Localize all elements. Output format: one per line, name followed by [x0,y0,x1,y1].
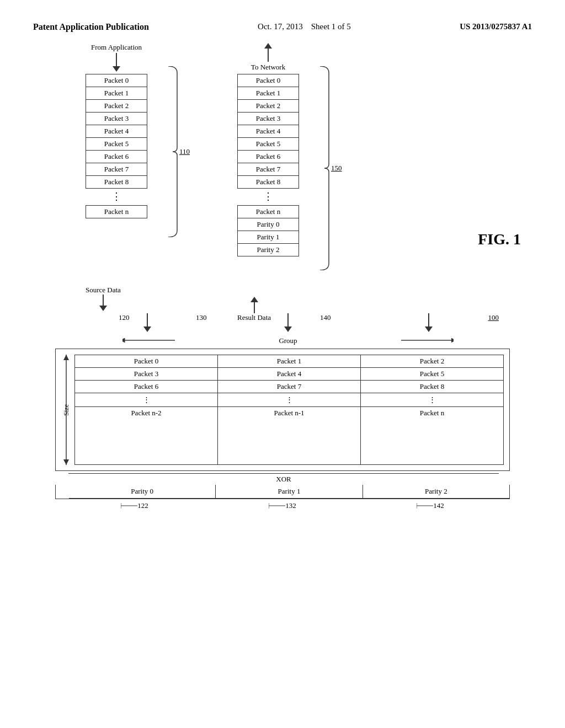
label-122: 122 [121,501,148,510]
list-item: Packet 7 [86,163,147,176]
source-data-label: Source Data [86,286,121,295]
svg-marker-4 [63,459,69,465]
header: Patent Application Publication Oct. 17, … [33,22,532,32]
right-queue: To Network Packet 0 Packet 1 Packet 2 Pa… [237,43,299,256]
label-122-line [121,502,137,510]
list-item: Packet 6 [75,381,217,393]
bottom-diagram: Group Size [33,313,532,510]
list-item: Packet 0 [238,74,299,87]
label-132: 132 [269,501,296,510]
svg-marker-5 [63,355,69,360]
list-item: Packet 8 [361,381,503,393]
size-col: Size [61,355,71,465]
dots: ⋮ [237,189,299,205]
right-ref-label: 150 [331,164,342,173]
col1-arrow [143,313,151,332]
list-item: Packet 5 [361,368,503,381]
result-arrow-head [250,297,258,302]
right-brace-svg [319,66,330,270]
result-arrow-shaft [254,302,255,313]
dots: ⋮ [218,393,360,406]
xor-row: XOR [68,473,499,485]
parity-1: Parity 1 [216,485,363,499]
fig-label: FIG. 1 [478,231,521,248]
arrow-shaft [428,313,429,326]
dots: ⋮ [361,393,503,406]
col2: Packet 1 Packet 4 Packet 7 ⋮ Packet n-1 [218,355,361,465]
right-packet-list: Packet 0 Packet 1 Packet 2 Packet 3 Pack… [237,74,299,189]
list-item: Packet 8 [238,176,299,188]
three-columns: Packet 0 Packet 3 Packet 6 ⋮ Packet n-2 … [74,355,504,465]
top-diagram: From Application Packet 0 Packet 1 Packe… [33,43,532,330]
list-item: Packet 5 [86,138,147,151]
source-arrow-shaft [103,295,104,306]
header-title: Patent Application Publication [33,22,149,32]
list-item: Packet 1 [238,87,299,100]
left-brace-svg [167,66,178,237]
list-item: Packet 6 [238,151,299,163]
label-142: 142 [417,501,444,510]
list-item: Packet 6 [86,151,147,163]
arrow-shaft [287,313,289,326]
column-arrows [33,313,532,332]
list-item: Packet 7 [218,381,360,393]
left-queue: From Application Packet 0 Packet 1 Packe… [86,43,147,218]
list-item: Packet n-1 [218,406,360,419]
parity-2: Parity 2 [363,485,509,499]
list-item: Packet 1 [86,87,147,100]
list-item: Packet 2 [86,100,147,113]
parity-0: Parity 0 [69,485,216,499]
list-item: Packet n-2 [75,406,217,419]
from-application-label: From Application [86,43,147,72]
source-arrow-head [99,306,107,311]
right-extra-packets: Packet n Parity 0 Parity 1 Parity 2 [237,205,299,256]
left-packet-list: Packet 0 Packet 1 Packet 2 Packet 3 Pack… [86,74,147,189]
arrow-head [425,326,433,332]
list-item: Packet 0 [75,355,217,368]
parity-cols: Parity 0 Parity 1 Parity 2 [69,485,509,499]
up-arrow-head [264,43,272,49]
group-header: Group [77,332,499,349]
to-network-label: To Network [237,43,299,72]
label-142-line [417,502,433,510]
list-item: Packet 4 [86,125,147,138]
list-item: Packet 5 [238,138,299,151]
list-item: Parity 0 [238,218,299,231]
list-item: Packet n [86,206,147,218]
col1: Packet 0 Packet 3 Packet 6 ⋮ Packet n-2 [74,355,218,465]
list-item: Packet 4 [238,125,299,138]
list-item: Packet 7 [238,163,299,176]
list-item: Packet n [361,406,503,419]
label-132-line [269,502,285,510]
dots: ⋮ [86,189,147,205]
size-label: Size [62,404,71,416]
parity-row: Parity 0 Parity 1 Parity 2 [55,485,510,499]
right-brace-ref: 150 [319,66,342,270]
left-ref-label: 110 [179,147,190,156]
list-item: Parity 2 [238,244,299,256]
list-item: Packet 3 [75,368,217,381]
list-item: Packet 2 [238,100,299,113]
page: Patent Application Publication Oct. 17, … [0,0,565,728]
list-item: Packet 3 [238,113,299,125]
arrow-head [284,326,292,332]
down-arrow-shaft [116,53,117,66]
list-item: Packet 8 [86,176,147,188]
svg-text:Group: Group [279,336,297,345]
arrow-head [143,326,151,332]
spacer [56,485,69,499]
left-last-packet: Packet n [86,205,147,218]
col2-arrow [284,313,292,332]
list-item: Packet 1 [218,355,360,368]
list-item: Packet 3 [86,113,147,125]
group-arrows-svg: Group [122,332,454,349]
col3: Packet 2 Packet 5 Packet 8 ⋮ Packet n [361,355,504,465]
source-data-section: Source Data [86,286,121,311]
list-item: Packet 4 [218,368,360,381]
list-item: Packet 0 [86,74,147,87]
list-item: Packet n [238,206,299,218]
arrow-shaft [147,313,148,326]
list-item: Parity 1 [238,231,299,244]
down-arrow-head [113,66,120,72]
up-arrow-shaft [268,49,269,62]
